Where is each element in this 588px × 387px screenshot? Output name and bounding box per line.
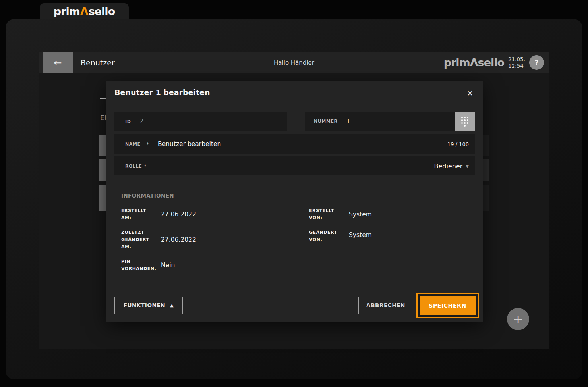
speichern-focus-ring: SPEICHERN [416, 293, 479, 318]
info-section-heading: INFORMATIONEN [121, 193, 174, 199]
add-button[interactable]: + [507, 308, 529, 330]
char-counter: 19 / 100 [447, 141, 469, 147]
info-item-zuletzt-geaendert-am: ZULETZT GEÄNDERT AM: 27.06.2022 [121, 229, 309, 250]
info-item-geaendert-von: GEÄNDERT VON: System [309, 229, 471, 250]
numpad-icon [460, 116, 470, 127]
rolle-label: ROLLE [125, 164, 142, 169]
primasello-logo-header: primΛsello [444, 56, 504, 69]
funktionen-label: FUNKTIONEN [124, 302, 165, 308]
plus-icon: + [513, 312, 523, 326]
id-label: ID [125, 119, 131, 124]
name-value: Benutzer bearbeiten [158, 141, 221, 148]
id-value: 2 [139, 118, 143, 125]
nummer-field[interactable]: NUMMER 1 [305, 112, 475, 131]
question-mark-icon: ? [535, 59, 539, 67]
nummer-value: 1 [346, 118, 350, 125]
rolle-field[interactable]: ROLLE * Bediener ▼ [114, 156, 475, 175]
info-item-erstellt-von: ERSTELLT VON: System [309, 206, 471, 223]
close-icon[interactable]: ✕ [464, 87, 476, 99]
rolle-value: Bediener [434, 162, 462, 170]
header-bar: ← Benutzer Hallo Händler primΛsello 21.0… [39, 52, 549, 73]
required-asterisk: * [144, 163, 147, 169]
keypad-button[interactable] [455, 112, 475, 131]
speichern-button[interactable]: SPEICHERN [420, 296, 476, 315]
info-grid: ERSTELLT AM: 27.06.2022 ERSTELLT VON: Sy… [121, 206, 471, 280]
date-text: 21.05. [508, 56, 525, 63]
primasello-logo: primΛsello [54, 5, 115, 17]
funktionen-button[interactable]: FUNKTIONEN ▲ [114, 297, 183, 314]
abbrechen-button[interactable]: ABBRECHEN [358, 297, 413, 314]
chevron-up-icon: ▲ [170, 303, 174, 308]
background-section-heading: Ei [100, 114, 106, 122]
name-field[interactable]: NAME * Benutzer bearbeiten 19 / 100 [114, 134, 475, 154]
chevron-down-icon: ▼ [466, 164, 469, 168]
modal-title: Benutzer 1 bearbeiten [114, 88, 210, 97]
help-button[interactable]: ? [529, 55, 544, 70]
rolle-dropdown[interactable]: Bediener ▼ [434, 162, 469, 170]
id-field: ID 2 [114, 112, 287, 131]
name-label: NAME [125, 142, 141, 147]
logo-triangle-icon: Λ [80, 5, 89, 17]
datetime-display: 21.05. 12:54 [508, 56, 525, 69]
info-item-pin-vorhanden: PIN VORHANDEN: Nein [121, 256, 309, 274]
nummer-label: NUMMER [314, 119, 338, 124]
required-asterisk: * [147, 141, 149, 147]
logo-triangle-icon: Λ [470, 56, 478, 69]
header-right-cluster: primΛsello 21.05. 12:54 ? [444, 52, 544, 73]
abbrechen-label: ABBRECHEN [366, 302, 405, 308]
edit-user-modal: Benutzer 1 bearbeiten ✕ ID 2 NUMMER 1 NA… [106, 81, 483, 322]
info-item-erstellt-am: ERSTELLT AM: 27.06.2022 [121, 206, 309, 223]
time-text: 12:54 [508, 63, 525, 69]
browser-tab[interactable]: primΛsello [40, 3, 129, 19]
